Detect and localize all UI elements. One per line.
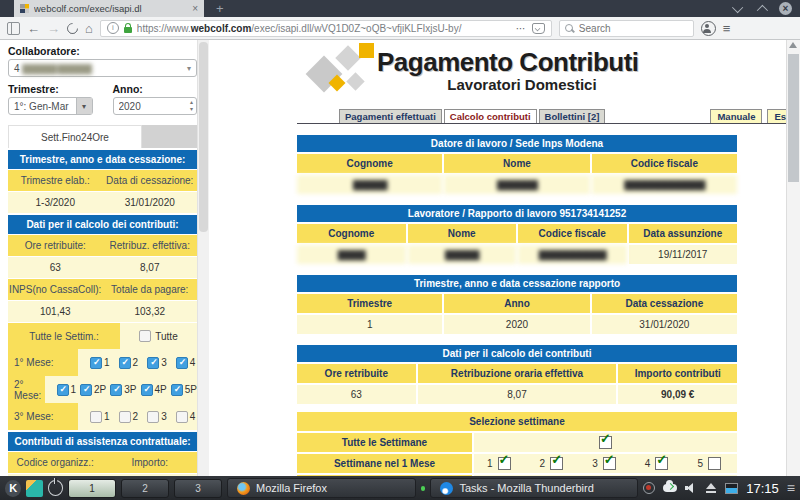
search-input[interactable] bbox=[577, 22, 688, 35]
main-scrollbar[interactable] bbox=[786, 40, 800, 476]
tab-pagamenti-effettuati[interactable]: Pagamenti effettuati bbox=[339, 109, 442, 123]
browser-navbar: ← → ⌂ i https://www.webcolf.com/exec/isa… bbox=[0, 17, 800, 40]
tab-close-icon[interactable]: × bbox=[192, 3, 198, 14]
thunderbird-task-button[interactable]: Tasks - Mozilla Thunderbird bbox=[430, 478, 638, 498]
pocket-icon[interactable] bbox=[532, 23, 545, 34]
tutte-le-settimane-checkbox[interactable] bbox=[599, 436, 612, 449]
updates-tray-icon[interactable] bbox=[643, 482, 655, 494]
week-checkbox[interactable] bbox=[141, 384, 153, 396]
anno-input[interactable] bbox=[114, 100, 181, 113]
power-icon[interactable] bbox=[48, 480, 63, 496]
app-logo: Pagamento Contributi Lavoratori Domestic… bbox=[297, 43, 786, 105]
col-header: Importo contributi bbox=[618, 364, 737, 383]
week-checkbox[interactable] bbox=[550, 457, 563, 470]
col-header: Anno bbox=[444, 294, 589, 313]
page-info-icon[interactable]: i bbox=[107, 22, 119, 34]
scroll-up-icon[interactable] bbox=[789, 42, 797, 48]
week-checkbox[interactable] bbox=[57, 384, 69, 396]
week-checkbox[interactable] bbox=[176, 411, 188, 423]
week-checkbox[interactable] bbox=[80, 384, 92, 396]
workspace-3-button[interactable]: 3 bbox=[174, 479, 222, 498]
col-header: Importo: bbox=[103, 452, 198, 473]
value-cell: 8,07 bbox=[103, 257, 198, 278]
new-tab-button[interactable]: + bbox=[204, 0, 236, 17]
manuale-button[interactable]: Manuale bbox=[710, 109, 762, 123]
week-number: 3 bbox=[592, 458, 598, 469]
week-checkbox[interactable] bbox=[147, 411, 159, 423]
file-manager-icon[interactable] bbox=[26, 480, 42, 497]
workspace-2-button[interactable]: 2 bbox=[121, 479, 169, 498]
col-header: Cognome bbox=[297, 224, 406, 243]
table-lavoratore: Lavoratore / Rapporto di lavoro 95173414… bbox=[297, 205, 737, 264]
firefox-task-button[interactable]: Mozilla Firefox bbox=[227, 478, 416, 498]
week-number: 4 bbox=[645, 458, 651, 469]
col-header: Retribuzione oraria effettiva bbox=[418, 364, 617, 383]
sidebar-scrollbar-thumb[interactable] bbox=[199, 42, 208, 232]
app-launcher-icon[interactable]: K bbox=[5, 480, 21, 497]
cloud-sync-tray-icon[interactable] bbox=[663, 484, 677, 492]
week-checkbox[interactable] bbox=[90, 411, 102, 423]
stepper-arrows-icon[interactable]: ▴▾ bbox=[190, 99, 196, 113]
eject-tray-icon[interactable] bbox=[705, 482, 717, 494]
week-checkbox[interactable] bbox=[708, 457, 721, 470]
search-bar[interactable] bbox=[559, 20, 694, 37]
collaboratore-select[interactable]: 4 ▇▇▇▇▇ ▇▇▇▇▇ ▾ bbox=[8, 59, 197, 77]
week-checkbox[interactable] bbox=[498, 457, 511, 470]
url-text[interactable]: https://www.webcolf.com/exec/isapi.dll/w… bbox=[137, 23, 511, 34]
esci-button[interactable]: Esci bbox=[767, 109, 786, 123]
all-weeks-checkbox[interactable] bbox=[139, 330, 151, 342]
week-number: 1 bbox=[71, 384, 77, 395]
sett-fino24ore-tab[interactable]: Sett.Fino24Ore bbox=[8, 125, 197, 148]
main-frame: Pagamento Contributi Lavoratori Domestic… bbox=[209, 40, 786, 476]
volume-tray-icon[interactable] bbox=[685, 482, 697, 494]
taskbar: K 1 2 3 Mozilla Firefox Tasks - Mozilla … bbox=[0, 476, 800, 500]
table-title: Dati per il calcolo dei contributi bbox=[297, 345, 737, 362]
search-icon bbox=[565, 24, 573, 32]
week-number: 2 bbox=[133, 357, 139, 368]
app-subtitle: Lavoratori Domestici bbox=[377, 76, 639, 93]
reload-icon[interactable] bbox=[65, 20, 81, 36]
browser-menu-icon[interactable]: ≡ bbox=[723, 21, 731, 36]
forward-icon[interactable]: → bbox=[47, 22, 60, 35]
value-cell: 101,43 bbox=[8, 301, 103, 322]
week-checkbox[interactable] bbox=[110, 384, 122, 396]
tab-bollettini[interactable]: Bollettini [2] bbox=[539, 109, 606, 123]
page-actions-icon[interactable]: ⋯ bbox=[516, 23, 527, 34]
home-icon[interactable]: ⌂ bbox=[85, 22, 93, 35]
week-checkbox[interactable] bbox=[90, 357, 102, 369]
chevron-down-icon[interactable]: ▾ bbox=[76, 98, 92, 114]
anno-label: Anno: bbox=[113, 83, 198, 95]
week-checkbox[interactable] bbox=[171, 384, 183, 396]
main-scrollbar-thumb[interactable] bbox=[788, 54, 799, 182]
week-checkbox[interactable] bbox=[147, 357, 159, 369]
week-checkbox[interactable] bbox=[655, 457, 668, 470]
week-checkbox[interactable] bbox=[119, 357, 131, 369]
sidebar-scrollbar[interactable] bbox=[197, 40, 209, 476]
week-checkbox[interactable] bbox=[603, 457, 616, 470]
profile-icon[interactable] bbox=[701, 21, 716, 36]
url-bar[interactable]: i https://www.webcolf.com/exec/isapi.dll… bbox=[100, 20, 552, 37]
window-close-icon[interactable]: × bbox=[779, 2, 792, 15]
anno-stepper[interactable]: ▴▾ bbox=[113, 97, 198, 115]
col-header: Cognome bbox=[297, 154, 442, 173]
week-number: 1 bbox=[487, 458, 493, 469]
week-number: 3 bbox=[161, 411, 167, 422]
clock[interactable]: 17:15 bbox=[746, 481, 779, 496]
back-icon[interactable]: ← bbox=[27, 22, 40, 35]
workspace-1-button[interactable]: 1 bbox=[68, 479, 116, 498]
col-header: Trimestre elab.: bbox=[8, 170, 103, 191]
month-1-label: 1° Mese: bbox=[8, 349, 78, 376]
sett-fino24ore-label[interactable]: Sett.Fino24Ore bbox=[8, 125, 142, 148]
display-tray-icon[interactable] bbox=[725, 483, 738, 494]
panel-menu-icon[interactable]: ≡ bbox=[787, 480, 795, 496]
week-checkbox[interactable] bbox=[176, 357, 188, 369]
sidebar-toggle-icon[interactable] bbox=[7, 22, 20, 35]
week-checkbox[interactable] bbox=[119, 411, 131, 423]
trimestre-select[interactable]: 1°: Gen-Mar ▾ bbox=[8, 97, 93, 115]
value-cell: 103,32 bbox=[103, 301, 198, 322]
tab-calcolo-contributi[interactable]: Calcolo contributi bbox=[444, 109, 537, 123]
window-maximize-icon[interactable] bbox=[757, 4, 768, 15]
browser-tab[interactable]: webcolf.com/exec/isapi.dl × bbox=[14, 0, 204, 17]
weeks-block: Tutte le Settim.: Tutte 1° Mese: 1 2 3 4 bbox=[8, 323, 197, 430]
window-minimize-icon[interactable] bbox=[732, 1, 743, 12]
